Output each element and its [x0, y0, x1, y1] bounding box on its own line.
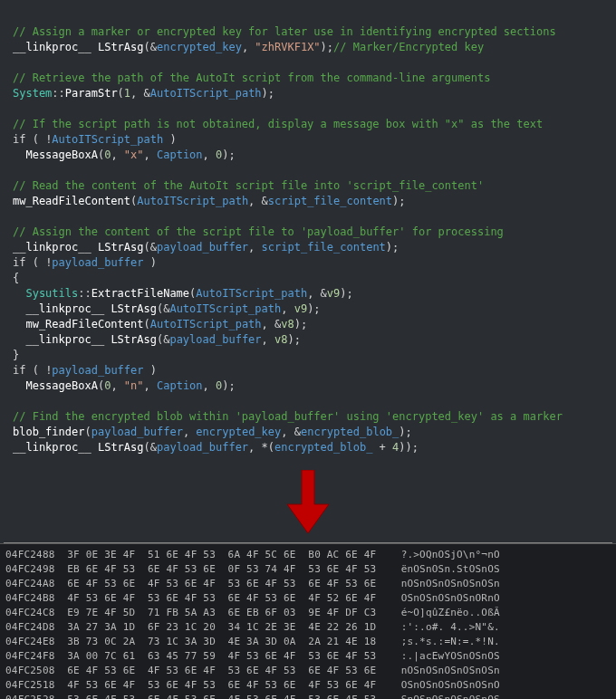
decompiler-code-view: // Assign a marker or encrypted key for … — [0, 0, 616, 464]
arrow-down-icon — [0, 464, 616, 542]
ident: __linkproc__ — [13, 41, 91, 53]
comment: // Assign a marker or encrypted key for … — [13, 25, 556, 38]
hex-dump-view: 04FC2488 3F 0E 3E 4F 51 6E 4F 53 6A 4F 5… — [0, 543, 616, 699]
